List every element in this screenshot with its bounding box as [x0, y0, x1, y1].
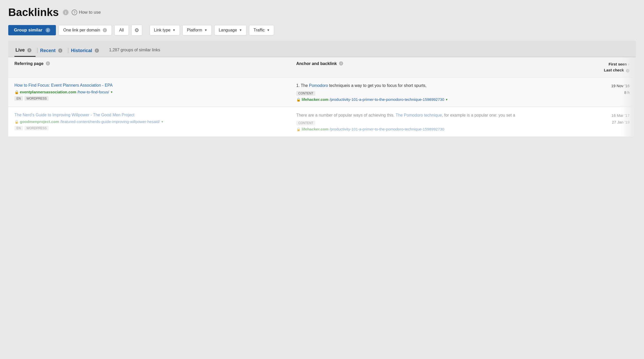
tab-live[interactable]: Live i — [14, 45, 36, 57]
backlink-path-1[interactable]: /productivity-101-a-primer-to-the-pomodo… — [329, 97, 444, 102]
anchor-text-after-2: , for example is a popular one: you set … — [442, 113, 515, 117]
date-col-2: 16 Mar '17 27 Jan '19 — [578, 112, 630, 131]
url-path-2[interactable]: /featured-content/nerds-guide-improving-… — [60, 119, 160, 124]
col1-info-icon[interactable]: i — [46, 61, 50, 66]
one-link-info-icon[interactable]: i — [103, 28, 107, 32]
tag-platform-2: WORDPRESS — [24, 126, 49, 130]
lock-icon-2: 🔒 — [14, 120, 19, 124]
tab-historical-info-icon[interactable]: i — [95, 48, 99, 53]
ref-page-url-2: 🔒 goodmenproject.com /featured-content/n… — [14, 119, 290, 124]
anchor-text-2: There are a number of popular ways of ac… — [296, 112, 572, 118]
tab-live-info-icon[interactable]: i — [27, 48, 31, 52]
one-link-per-domain-label: One link per domain — [63, 28, 100, 32]
anchor-col-1: 1. The Pomodoro techniqueis a way to get… — [296, 83, 578, 102]
group-similar-info-icon[interactable]: i — [46, 28, 50, 32]
chevron-down-icon: ▼ — [204, 28, 207, 32]
tab-historical-label: Historical — [71, 48, 92, 53]
ref-page-col-2: The Nerd's Guide to Improving Willpower … — [14, 112, 296, 131]
one-link-per-domain-button[interactable]: One link per domain i — [58, 25, 112, 35]
help-circle-icon: ? — [72, 10, 77, 15]
toolbar-divider — [146, 26, 146, 35]
backlink-domain-1[interactable]: lifehacker.com — [302, 97, 328, 102]
content-tag-2: CONTENT — [296, 121, 315, 125]
platform-label: Platform — [187, 28, 202, 32]
ref-page-title-1[interactable]: How to Find Focus: Event Planners Associ… — [14, 83, 290, 88]
title-info-icon[interactable]: i — [63, 10, 69, 15]
link-type-dropdown[interactable]: Link type ▼ — [150, 25, 180, 35]
all-button[interactable]: All — [114, 25, 129, 35]
table-row: The Nerd's Guide to Improving Willpower … — [8, 107, 636, 137]
last-check-date-1: 8 h — [578, 89, 630, 96]
tab-separator: | — [36, 47, 39, 55]
first-seen-date-1: 19 Nov '16 — [578, 83, 630, 89]
col-referring-page-header: Referring page i — [14, 61, 296, 73]
col2-info-icon[interactable]: i — [339, 61, 343, 66]
settings-button[interactable]: ⚙ — [131, 25, 142, 36]
anchor-col-2: There are a number of popular ways of ac… — [296, 112, 578, 131]
ref-page-col-1: How to Find Focus: Event Planners Associ… — [14, 83, 296, 102]
col2-header-label: Anchor and backlink — [296, 61, 337, 66]
main-content: Referring page i Anchor and backlink i F… — [8, 57, 636, 137]
tag-platform-1: WORDPRESS — [24, 96, 49, 101]
page-header: Backlinks i ? How to use — [8, 6, 636, 19]
last-check-label: Last check — [604, 68, 624, 72]
backlink-dropdown-icon-1[interactable]: ▼ — [445, 98, 448, 101]
anchor-text-after-1: techniqueis a way to get you to focus fo… — [328, 83, 426, 88]
toolbar: Group similar i One link per domain i Al… — [8, 25, 636, 36]
col3-info-icon[interactable]: i — [626, 69, 630, 72]
backlink-lock-icon-1: 🔒 — [296, 97, 301, 102]
chevron-down-icon: ▼ — [239, 28, 242, 32]
backlink-url-1: 🔒 lifehacker.com /productivity-101-a-pri… — [296, 97, 572, 102]
main-content-wrapper: Referring page i Anchor and backlink i F… — [8, 57, 636, 137]
tab-recent[interactable]: Recent i — [39, 46, 66, 56]
url-path-1[interactable]: /how-to-find-focus/ — [77, 90, 109, 94]
backlink-domain-2[interactable]: lifehacker.com — [302, 127, 328, 131]
traffic-dropdown[interactable]: Traffic ▼ — [249, 25, 274, 35]
how-to-use-label: How to use — [79, 10, 101, 15]
page-title: Backlinks — [8, 6, 59, 19]
tab-recent-info-icon[interactable]: i — [58, 48, 62, 53]
url-dropdown-icon-1[interactable]: ▼ — [110, 91, 113, 94]
tabs-row: Live i | Recent i | Historical i 1,287 g… — [14, 45, 630, 57]
language-dropdown[interactable]: Language ▼ — [214, 25, 247, 35]
sort-arrow-icon: ↑ — [628, 62, 630, 66]
anchor-link-2[interactable]: The Pomodoro technique — [396, 113, 442, 117]
date-col-1: 19 Nov '16 8 h — [578, 83, 630, 102]
backlink-lock-icon-2: 🔒 — [296, 127, 301, 131]
tabs-section: Live i | Recent i | Historical i 1,287 g… — [8, 41, 636, 57]
first-seen-date-2: 16 Mar '17 — [578, 112, 630, 119]
chevron-down-icon: ▼ — [173, 28, 176, 32]
group-similar-label: Group similar — [14, 28, 43, 33]
col-anchor-backlink-header: Anchor and backlink i — [296, 61, 578, 73]
how-to-use-link[interactable]: ? How to use — [72, 10, 101, 15]
table-header: Referring page i Anchor and backlink i F… — [8, 57, 636, 77]
tag-en-1: EN — [14, 96, 23, 101]
anchor-text-before-2: There are a number of popular ways of ac… — [296, 113, 396, 117]
platform-dropdown[interactable]: Platform ▼ — [182, 25, 211, 35]
tab-separator-2: | — [66, 47, 70, 55]
backlink-path-2[interactable]: /productivity-101-a-primer-to-the-pomodo… — [329, 127, 444, 131]
url-domain-2[interactable]: goodmenproject.com — [20, 119, 59, 124]
ref-page-title-2[interactable]: The Nerd's Guide to Improving Willpower … — [14, 112, 290, 118]
first-seen-header: First seen ↑ — [608, 62, 630, 66]
link-type-label: Link type — [154, 28, 171, 32]
anchor-text-1: 1. The Pomodoro techniqueis a way to get… — [296, 83, 572, 89]
table-row: How to Find Focus: Event Planners Associ… — [8, 77, 636, 107]
tag-en-2: EN — [14, 126, 23, 130]
tag-row-1: EN WORDPRESS — [14, 96, 290, 101]
tab-historical[interactable]: Historical i — [70, 46, 103, 56]
first-seen-label: First seen — [608, 62, 627, 66]
url-dropdown-icon-2[interactable]: ▼ — [161, 120, 164, 123]
chevron-down-icon: ▼ — [267, 28, 270, 32]
tab-live-label: Live — [15, 47, 25, 53]
ref-page-url-1: 🔒 eventplannersassociation.com /how-to-f… — [14, 90, 290, 94]
col-dates-header: First seen ↑ Last check i — [578, 61, 630, 73]
anchor-link-1[interactable]: Pomodoro — [309, 83, 328, 88]
tag-row-2: EN WORDPRESS — [14, 126, 290, 130]
lock-icon-1: 🔒 — [14, 90, 19, 94]
group-similar-button[interactable]: Group similar i — [8, 25, 56, 35]
url-domain-1[interactable]: eventplannersassociation.com — [20, 90, 76, 94]
backlink-url-2: 🔒 lifehacker.com /productivity-101-a-pri… — [296, 127, 572, 131]
col1-header-label: Referring page — [14, 61, 44, 66]
last-check-date-2: 27 Jan '19 — [578, 119, 630, 126]
